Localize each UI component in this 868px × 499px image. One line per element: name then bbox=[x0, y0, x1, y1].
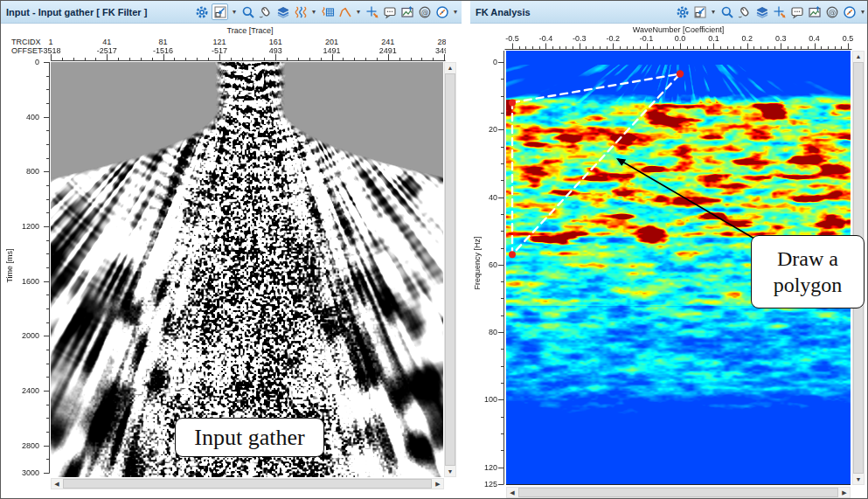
fk-horizontal-scrollbar[interactable]: ◀ ▶ bbox=[506, 487, 851, 498]
at-record-icon[interactable]: @ bbox=[417, 4, 432, 19]
tick-label: 120 bbox=[484, 463, 497, 472]
gear-icon[interactable] bbox=[194, 4, 209, 19]
export-image-icon[interactable] bbox=[807, 4, 822, 19]
input-panel-titlebar: Input - Input gather [ FK Filter ] ▾▾▾@▾ bbox=[1, 1, 462, 24]
offset-values-row: -3518-2517-1516-517493149124913491 bbox=[1, 46, 446, 55]
compass-icon[interactable] bbox=[434, 4, 449, 19]
zoom-icon[interactable] bbox=[240, 4, 255, 19]
dropdown-caret-icon[interactable]: ▾ bbox=[452, 8, 459, 16]
gear-icon[interactable] bbox=[675, 4, 690, 19]
tick-label: 2400 bbox=[22, 386, 39, 395]
tick-label: 80 bbox=[489, 328, 497, 336]
fk-polygon-vertex[interactable] bbox=[677, 70, 684, 77]
tick-label: 0.0 bbox=[675, 34, 686, 43]
fk-panel-titlebar: FK Analysis ▾@▾ bbox=[470, 1, 868, 24]
tick-label: 1491 bbox=[323, 46, 340, 55]
wavenumber-axis-title: WaveNumber [Coefficient] bbox=[633, 25, 725, 34]
polygon-pick-icon[interactable] bbox=[337, 4, 352, 19]
wavenumber-axis-labels: -0.5-0.4-0.3-0.2-0.10.00.10.20.30.40.5 bbox=[1, 34, 868, 43]
layers-icon[interactable] bbox=[754, 4, 769, 19]
dropdown-caret-icon[interactable]: ▾ bbox=[310, 8, 317, 16]
scroll-right-icon[interactable]: ▶ bbox=[433, 479, 443, 489]
tick-label: 0.1 bbox=[708, 34, 719, 43]
tick-label: 60 bbox=[489, 260, 497, 269]
tick-label: 2800 bbox=[22, 441, 39, 450]
annotation-arrow bbox=[618, 159, 754, 239]
tick-label: 493 bbox=[269, 46, 282, 55]
crosshair-pick-icon[interactable] bbox=[365, 4, 379, 19]
fk-hscroll-thumb[interactable] bbox=[518, 488, 838, 497]
scroll-down-icon[interactable]: ▼ bbox=[445, 467, 455, 476]
comment-icon[interactable] bbox=[382, 4, 397, 19]
tick-label: 100 bbox=[484, 395, 497, 404]
fk-filter-workspace: Input - Input gather [ FK Filter ] ▾▾▾@▾… bbox=[0, 0, 868, 499]
tick-label: 3491 bbox=[435, 46, 446, 55]
tick-label: 2000 bbox=[22, 331, 39, 340]
tick-label: 20 bbox=[489, 125, 497, 134]
input-panel-toolbar: ▾▾▾@▾ bbox=[194, 1, 459, 23]
input-vertical-scrollbar[interactable]: ▲ ▼ bbox=[444, 62, 456, 477]
scroll-left-icon[interactable]: ◀ bbox=[52, 479, 62, 489]
tick-label: -0.5 bbox=[505, 34, 519, 43]
fk-polygon-vertex[interactable] bbox=[509, 251, 516, 258]
dropdown-caret-icon[interactable]: ▾ bbox=[231, 8, 238, 16]
scroll-left-icon[interactable]: ◀ bbox=[507, 488, 517, 497]
fk-panel-toolbar: ▾@▾ bbox=[675, 1, 866, 23]
input-panel-title: Input - Input gather [ FK Filter ] bbox=[6, 7, 147, 17]
tick-label: -0.4 bbox=[539, 34, 553, 43]
time-axis-label: Time [ms] bbox=[5, 248, 14, 282]
scroll-up-icon[interactable]: ▲ bbox=[445, 63, 455, 73]
mouse-select-icon[interactable] bbox=[737, 4, 752, 19]
input-gather-plot[interactable] bbox=[51, 62, 443, 477]
tick-label: -1516 bbox=[153, 46, 173, 55]
tick-label: 0.5 bbox=[843, 34, 854, 43]
annotation-arrowhead bbox=[616, 158, 626, 166]
fk-panel-title: FK Analysis bbox=[476, 7, 531, 17]
grid-fence-icon[interactable] bbox=[320, 4, 335, 19]
scroll-right-icon[interactable]: ▶ bbox=[839, 488, 850, 497]
tick-label: 800 bbox=[26, 167, 39, 176]
layers-icon[interactable] bbox=[275, 4, 290, 19]
tick-label: -517 bbox=[212, 46, 227, 55]
dropdown-caret-icon[interactable]: ▾ bbox=[355, 8, 362, 16]
draw-polygon-label: Draw a polygon bbox=[751, 235, 865, 308]
svg-text:@: @ bbox=[420, 7, 428, 16]
tick-label: 0 bbox=[493, 58, 497, 66]
tick-label: 1200 bbox=[22, 222, 39, 231]
dropdown-caret-icon[interactable]: ▾ bbox=[710, 8, 717, 16]
mouse-select-icon[interactable] bbox=[258, 4, 273, 19]
compass-icon[interactable] bbox=[842, 4, 857, 19]
export-image-icon[interactable] bbox=[399, 4, 414, 19]
input-horizontal-scrollbar[interactable]: ◀ ▶ bbox=[51, 478, 444, 489]
tick-label: 125 bbox=[484, 480, 497, 489]
tick-label: 0 bbox=[35, 58, 39, 66]
fit-view-icon[interactable] bbox=[692, 4, 707, 19]
zoom-icon[interactable] bbox=[719, 4, 734, 19]
tick-label: -0.2 bbox=[606, 34, 620, 43]
tick-label: 3000 bbox=[22, 468, 39, 477]
tick-label: 0.3 bbox=[775, 34, 787, 43]
scroll-down-icon[interactable]: ▼ bbox=[853, 475, 864, 484]
frequency-axis-label: Frequency [Hz] bbox=[473, 236, 482, 289]
tick-label: 0.4 bbox=[809, 34, 820, 43]
scroll-up-icon[interactable]: ▲ bbox=[853, 52, 864, 61]
dropdown-caret-icon[interactable]: ▾ bbox=[859, 8, 866, 16]
tick-label: 0.2 bbox=[742, 34, 753, 43]
comment-icon[interactable] bbox=[789, 4, 804, 19]
tick-label: -0.3 bbox=[573, 34, 587, 43]
wiggle-display-icon[interactable] bbox=[293, 4, 308, 19]
input-vscroll-thumb[interactable] bbox=[445, 73, 455, 466]
tick-label: 1600 bbox=[22, 277, 39, 286]
fit-view-icon[interactable] bbox=[212, 3, 228, 20]
svg-text:@: @ bbox=[828, 7, 836, 16]
at-record-icon[interactable]: @ bbox=[824, 4, 839, 19]
tick-label: -2517 bbox=[97, 46, 117, 55]
fk-polygon-vertex[interactable] bbox=[509, 99, 516, 106]
tick-label: -3518 bbox=[40, 46, 60, 55]
crosshair-pick-icon[interactable] bbox=[772, 4, 787, 19]
tick-label: 400 bbox=[26, 113, 39, 121]
fk-polygon-outline[interactable] bbox=[512, 74, 680, 255]
tick-label: -0.1 bbox=[640, 34, 654, 43]
tick-label: 2491 bbox=[379, 46, 397, 55]
input-hscroll-thumb[interactable] bbox=[63, 479, 432, 489]
